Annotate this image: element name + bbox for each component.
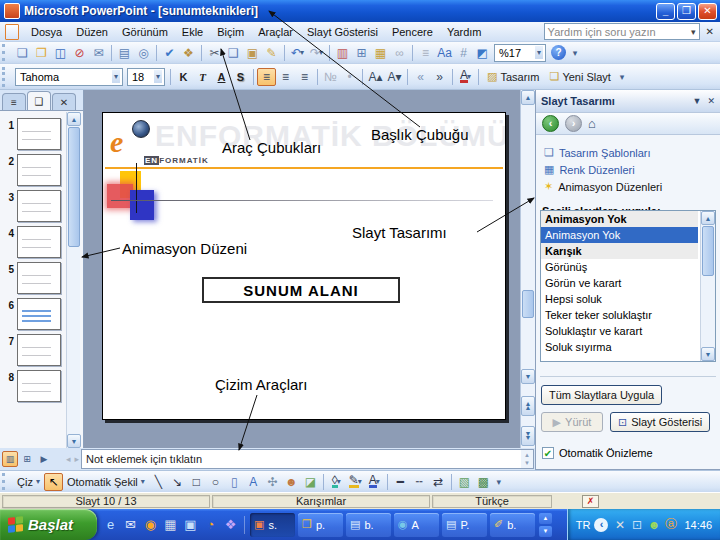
three-d-style[interactable]: ▩ [474,473,493,491]
presentation-area-placeholder[interactable]: SUNUM ALANI [202,277,400,303]
next-slide-button[interactable]: ▼▼ [521,426,535,446]
previous-slide-button[interactable]: ▲▲ [521,396,535,416]
hide-icons-chevron[interactable]: ‹ [594,518,608,532]
text-box[interactable]: ▯ [225,473,244,491]
slide-canvas[interactable]: ENFORMATİK BÖLÜMÜ e ENFORMATİK SUNUM ALA… [102,112,506,420]
taskbar-scroll-up[interactable]: ▲ [539,513,552,524]
tray-antivirus[interactable]: ⓐ [663,516,678,533]
ql-internet-explorer[interactable]: e [102,516,119,534]
oval[interactable]: ○ [206,473,225,491]
dropdown-arrow-icon[interactable]: ▾ [154,70,162,83]
notes-area[interactable]: Not eklemek için tıklatın ▲ ▼ [81,449,534,469]
insert-picture[interactable]: ◪ [301,473,320,491]
list-scrollbar[interactable]: ▲ ▼ [700,211,715,361]
menu-duzen[interactable]: Düzen [69,24,115,40]
restore-button[interactable]: ❐ [677,3,696,20]
toolbar-options-icon[interactable]: ▾ [616,72,628,82]
task-folder-p[interactable]: ❒p. [298,513,343,537]
print-preview[interactable]: ◎ [134,44,153,62]
dropdown-arrow-icon[interactable]: ▾ [535,46,543,59]
menubar-close-icon[interactable]: ✕ [700,26,720,37]
scroll-down-icon[interactable]: ▼ [521,369,535,384]
task-pane-close-icon[interactable]: ✕ [707,96,715,106]
new-slide-button[interactable]: ❏ Yeni Slayt [545,67,616,87]
title-bar[interactable]: Microsoft PowerPoint - [sunumteknikleri]… [0,0,720,22]
ql-share[interactable]: ❖ [222,516,239,534]
slide-sorter-view[interactable]: ⊞ [19,451,35,467]
format-painter[interactable]: ✎ [262,44,281,62]
dropdown-arrow-icon[interactable]: ▾ [467,72,471,81]
research[interactable]: ❖ [179,44,198,62]
scroll-down-icon[interactable]: ▼ [67,434,81,448]
scroll-up-icon[interactable]: ▲ [701,211,715,225]
redo[interactable]: ↷▾ [307,44,326,62]
slide-panel-scrollbar[interactable]: ▲ ▼ [66,112,80,448]
zoom-combobox[interactable]: %17 ▾ [494,44,546,62]
numbering[interactable]: № [321,68,340,86]
insert-chart[interactable]: ▥ [333,44,352,62]
align-right[interactable]: ≡ [295,68,314,86]
ql-show-desktop[interactable]: ▣ [182,516,199,534]
scroll-left-icon[interactable]: ◂ [64,454,73,464]
menu-yardim[interactable]: Yardım [440,24,489,40]
diagram[interactable]: ✣ [263,473,282,491]
ql-calculator[interactable]: ▦ [162,516,179,534]
underline-button[interactable]: A [212,67,231,86]
color-grayscale[interactable]: ◩ [473,44,492,62]
toolbar-options-icon[interactable]: ▾ [569,48,581,58]
scroll-up-icon[interactable]: ▲ [524,452,530,458]
ql-media-player[interactable]: ◉ [142,516,159,534]
expand-all[interactable]: ≡ [416,44,435,62]
font-name-combobox[interactable]: Tahoma ▾ [15,68,123,86]
italic-button[interactable]: T [193,67,212,86]
scroll-up-icon[interactable]: ▲ [67,112,81,126]
dropdown-arrow-icon[interactable]: ▾ [36,477,40,486]
normal-view[interactable]: ▥ [2,451,18,467]
increase-indent[interactable]: » [430,68,449,86]
anim-yok[interactable]: Animasyon Yok [541,227,698,243]
outline-tab[interactable]: ≡ [2,93,26,110]
toolbar-options-icon[interactable]: ▾ [493,477,505,487]
task-doc-b1[interactable]: ▤b. [346,513,391,537]
insert-hyperlink[interactable]: ∞ [390,44,409,62]
anim-gorun-ve-karart[interactable]: Görün ve karart [541,275,698,291]
language-indicator[interactable]: TR [576,519,591,531]
align-center[interactable]: ≡ [276,68,295,86]
start-button[interactable]: Başlat [0,509,97,540]
save[interactable]: ◫ [51,44,70,62]
scrollbar-thumb[interactable] [522,290,534,318]
scrollbar-thumb[interactable] [702,226,714,276]
task-app-a[interactable]: ◉A [394,513,439,537]
task-pane-header[interactable]: Slayt Tasarımı ▼ ✕ [536,90,720,113]
copy[interactable]: ❑ [224,44,243,62]
decrease-indent[interactable]: « [411,68,430,86]
help-question-input[interactable]: Yardım için soru yazın ▾ [544,23,700,40]
back-button[interactable]: ‹ [542,115,559,132]
autoshapes-menu-button[interactable]: Otomatik Şekil ▾ [63,472,149,492]
menu-dosya[interactable]: Dosya [24,24,69,40]
menu-ekle[interactable]: Ekle [175,24,210,40]
paste[interactable]: ▣ [243,44,262,62]
line[interactable]: ╲ [149,473,168,491]
menu-pencere[interactable]: Pencere [385,24,440,40]
dropdown-arrow-icon[interactable]: ▾ [112,70,120,83]
clip-art[interactable]: ☻ [282,473,301,491]
link-tasarim-sablonlari[interactable]: ❏Tasarım Şablonları [536,144,720,161]
anim-gorunus[interactable]: Görünüş [541,259,698,275]
spelling-status-icon[interactable]: ✗ [582,495,599,508]
insert-table[interactable]: ⊞ [352,44,371,62]
task-doc-b2[interactable]: ✐b. [490,513,535,537]
toolbar-grip[interactable] [2,67,10,87]
arrow[interactable]: ↘ [168,473,187,491]
dropdown-arrow-icon[interactable]: ▾ [319,48,323,57]
slide-thumbnail-7[interactable] [17,334,61,366]
slide-thumbnail-2[interactable] [17,154,61,186]
bold-button[interactable]: K [174,67,193,86]
dropdown-arrow-icon[interactable]: ▾ [337,477,341,486]
arrow-style[interactable]: ⇄ [429,473,448,491]
slide-thumbnail-6[interactable] [17,298,61,330]
tray-messenger[interactable]: ☻ [646,516,661,533]
dropdown-arrow-icon[interactable]: ▾ [691,27,696,37]
wordart[interactable]: A [244,473,263,491]
home-button[interactable]: ⌂ [588,116,596,131]
